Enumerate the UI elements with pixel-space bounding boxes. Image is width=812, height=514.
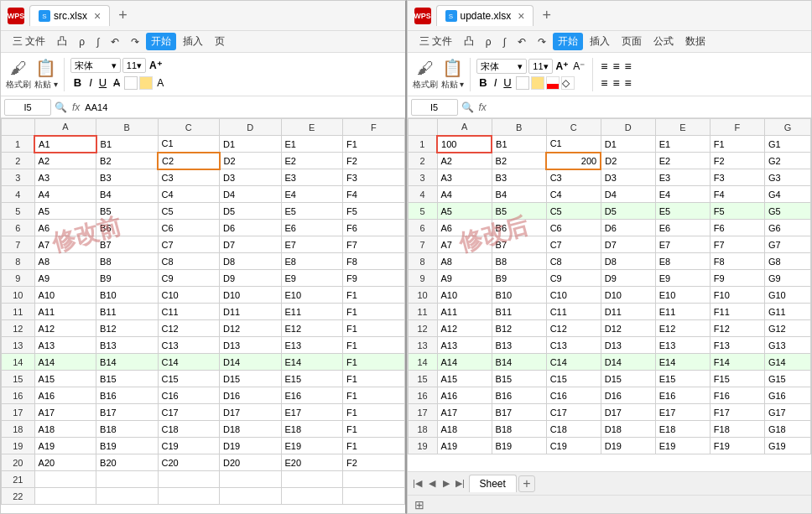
src-font-selector[interactable]: 宋体▾ <box>70 58 121 73</box>
update-font-selector[interactable]: 宋体▾ <box>476 59 527 74</box>
src-cell-c2[interactable]: C2 <box>158 153 219 169</box>
update-menu-insert[interactable]: 插入 <box>585 33 615 50</box>
update-align-top-btn[interactable]: ≡ <box>599 59 609 74</box>
src-cell-b1[interactable]: B1 <box>96 136 158 153</box>
src-col-c[interactable]: C <box>158 119 219 136</box>
update-border-btn[interactable] <box>516 76 529 90</box>
src-menu-undo[interactable]: ↶ <box>106 34 124 49</box>
update-menu-icon2[interactable]: ρ <box>481 34 497 49</box>
src-table: A B C D E F 1 A1 B1 C1 D1 E1 <box>1 118 405 505</box>
src-font-color-btn[interactable]: A <box>154 76 166 90</box>
update-cell-ref[interactable]: I5 <box>411 99 458 116</box>
update-paste-icon[interactable]: 📋 <box>442 58 463 78</box>
update-menu-data[interactable]: 数据 <box>680 33 710 50</box>
update-cell-c2[interactable]: 200 <box>546 153 601 169</box>
update-zoom-icon[interactable]: 🔍 <box>461 101 474 113</box>
update-clear-btn[interactable]: ◇ <box>561 76 575 90</box>
src-menu-start[interactable]: 开始 <box>146 33 176 50</box>
table-row: 5 A5B5C5D5E5F5 <box>2 203 405 220</box>
update-tab-close[interactable]: × <box>518 9 524 23</box>
update-fill-btn[interactable] <box>531 76 544 90</box>
src-menu-redo[interactable]: ↷ <box>126 34 144 49</box>
update-col-g[interactable]: G <box>764 119 810 136</box>
update-align-bot-btn[interactable]: ≡ <box>623 59 633 74</box>
src-cell-f1[interactable]: F1 <box>342 136 404 153</box>
src-cell-c1[interactable]: C1 <box>158 136 219 153</box>
src-font-grow-btn[interactable]: A⁺ <box>148 59 164 72</box>
update-align-mid-btn[interactable]: ≡ <box>611 59 621 74</box>
src-new-tab-btn[interactable]: + <box>118 7 128 24</box>
sheet-nav-last[interactable]: ▶| <box>454 477 467 491</box>
update-format-brush-icon[interactable]: 🖌 <box>417 59 434 78</box>
src-cell-a2[interactable]: A2 <box>34 153 96 169</box>
update-cell-a1[interactable]: 100 <box>437 136 492 153</box>
update-italic-btn[interactable]: I <box>492 75 500 90</box>
src-cell-ref[interactable]: I5 <box>4 99 51 116</box>
src-cell-e2[interactable]: E2 <box>281 153 342 169</box>
src-col-a[interactable]: A <box>34 119 96 136</box>
src-cell-d2[interactable]: D2 <box>220 153 281 169</box>
src-zoom-icon[interactable]: 🔍 <box>55 101 67 113</box>
update-underline-btn[interactable]: U <box>501 75 513 90</box>
update-menu-start[interactable]: 开始 <box>553 33 583 50</box>
src-tab[interactable]: S src.xlsx × <box>29 5 110 26</box>
table-row: 6 A6B6C6D6E6F6G6 <box>408 220 811 236</box>
src-cell-f2[interactable]: F2 <box>342 153 404 169</box>
sheet-tab-sheet[interactable]: Sheet <box>469 475 517 492</box>
update-menu-page[interactable]: 页面 <box>617 33 647 50</box>
src-highlight-btn[interactable] <box>139 76 153 90</box>
update-font-color-btn[interactable] <box>546 76 560 90</box>
src-menu-icon1[interactable]: 凸 <box>52 33 72 50</box>
update-menu-file[interactable]: 三 文件 <box>414 33 457 50</box>
update-menu-formula[interactable]: 公式 <box>648 33 679 50</box>
sheet-nav-prev[interactable]: ◀ <box>425 477 439 491</box>
update-menu-icon3[interactable]: ∫ <box>498 34 511 49</box>
update-menu-icon1[interactable]: 凸 <box>459 33 479 50</box>
src-cell-d1[interactable]: D1 <box>220 136 281 153</box>
update-align-left-btn[interactable]: ≡ <box>599 75 609 91</box>
src-menu-icon2[interactable]: ρ <box>74 34 90 49</box>
src-cell-e1[interactable]: E1 <box>281 136 342 153</box>
update-col-c[interactable]: C <box>546 119 601 136</box>
src-cell-b2[interactable]: B2 <box>96 153 158 169</box>
sheet-nav-first[interactable]: |◀ <box>411 477 424 491</box>
update-font-shrink-btn[interactable]: A⁻ <box>571 60 586 73</box>
update-menu-undo[interactable]: ↶ <box>513 34 531 49</box>
update-align-center-btn[interactable]: ≡ <box>611 75 621 91</box>
update-col-f[interactable]: F <box>710 119 764 136</box>
src-col-d[interactable]: D <box>220 119 281 136</box>
src-cell-a1[interactable]: A1 <box>34 136 96 153</box>
src-underline-btn[interactable]: U <box>96 75 109 90</box>
update-col-a[interactable]: A <box>437 119 492 136</box>
update-window: WPS S update.xlsx × + 三 文件 凸 ρ ∫ ↶ ↷ 开始 … <box>407 0 813 514</box>
src-menu-file[interactable]: 三 文件 <box>8 33 50 50</box>
src-font-group: 宋体▾ 11▾ A⁺ B I U A̶ A <box>70 58 166 91</box>
src-format-brush-icon[interactable]: 🖌 <box>10 59 27 78</box>
src-bold-btn[interactable]: B <box>70 75 85 91</box>
src-col-f[interactable]: F <box>342 119 404 136</box>
src-menu-page[interactable]: 页 <box>210 33 230 50</box>
update-tab[interactable]: S update.xlsx × <box>436 5 534 26</box>
src-col-e[interactable]: E <box>281 119 342 136</box>
update-align-right-btn[interactable]: ≡ <box>623 75 633 91</box>
src-menu-insert[interactable]: 插入 <box>178 33 208 50</box>
src-paste-icon[interactable]: 📋 <box>35 58 56 78</box>
sheet-nav-next[interactable]: ▶ <box>440 477 453 491</box>
update-col-b[interactable]: B <box>492 119 546 136</box>
src-color-btn[interactable] <box>124 76 138 90</box>
src-tab-close[interactable]: × <box>94 9 101 23</box>
update-menu-redo[interactable]: ↷ <box>533 34 551 49</box>
update-col-e[interactable]: E <box>655 119 710 136</box>
update-bold-btn[interactable]: B <box>476 75 489 90</box>
src-strikethrough-btn[interactable]: A̶ <box>111 76 122 90</box>
src-fontsize-selector[interactable]: 11▾ <box>122 58 146 73</box>
update-new-tab-btn[interactable]: + <box>542 7 551 24</box>
src-italic-btn[interactable]: I <box>86 75 95 90</box>
update-font-grow-btn[interactable]: A⁺ <box>554 60 570 73</box>
table-row: 10 A10B10C10D10E10F1 <box>2 287 405 304</box>
src-menu-icon3[interactable]: ∫ <box>91 34 104 49</box>
src-col-b[interactable]: B <box>96 119 158 136</box>
add-sheet-btn[interactable]: + <box>518 475 535 492</box>
update-col-d[interactable]: D <box>601 119 655 136</box>
update-fontsize-selector[interactable]: 11▾ <box>528 59 552 74</box>
